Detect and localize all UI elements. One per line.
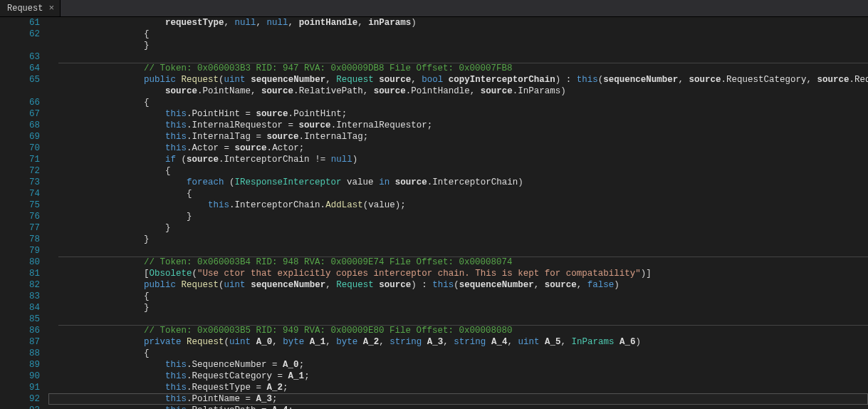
line-number: 68 bbox=[0, 120, 40, 131]
line-number: 75 bbox=[0, 200, 40, 211]
code-line[interactable]: { bbox=[58, 291, 868, 302]
line-number: 87 bbox=[0, 336, 40, 348]
code-line[interactable]: if (source.InterceptorChain != null) bbox=[58, 154, 868, 165]
code-line[interactable]: this.RequestCategory = A_1; bbox=[58, 371, 868, 382]
code-line[interactable]: private Request(uint A_0, byte A_1, byte… bbox=[58, 336, 868, 348]
line-number: 66 bbox=[0, 97, 40, 108]
code-line[interactable]: this.PointHint = source.PointHint; bbox=[58, 108, 868, 120]
line-number: 88 bbox=[0, 348, 40, 359]
line-number: 71 bbox=[0, 154, 40, 165]
code-line[interactable]: { bbox=[58, 188, 868, 200]
line-number: 89 bbox=[0, 359, 40, 371]
code-line[interactable]: // Token: 0x060003B4 RID: 948 RVA: 0x000… bbox=[58, 257, 868, 268]
code-editor[interactable]: 6162636465666768697071727374757677787980… bbox=[0, 17, 868, 409]
line-number: 91 bbox=[0, 382, 40, 393]
code-line[interactable]: this.RelativePath = A_4; bbox=[58, 405, 868, 409]
line-number: 90 bbox=[0, 371, 40, 382]
line-number: 64 bbox=[0, 63, 40, 74]
code-line[interactable]: { bbox=[58, 348, 868, 359]
tab-title: Request bbox=[7, 4, 43, 14]
code-line[interactable]: } bbox=[58, 234, 868, 245]
code-line[interactable]: { bbox=[58, 29, 868, 40]
line-number: 65 bbox=[0, 74, 40, 86]
line-number: 69 bbox=[0, 131, 40, 143]
line-number: 78 bbox=[0, 234, 40, 245]
line-number: 92 bbox=[0, 393, 40, 405]
line-number: 93 bbox=[0, 405, 40, 409]
tab-bar: Request × bbox=[0, 0, 868, 17]
code-line[interactable] bbox=[58, 51, 868, 63]
line-number: 67 bbox=[0, 108, 40, 120]
code-body[interactable]: requestType, null, null, pointHandle, in… bbox=[58, 17, 868, 409]
close-icon[interactable]: × bbox=[48, 4, 54, 13]
line-number: 82 bbox=[0, 279, 40, 291]
line-number: 81 bbox=[0, 268, 40, 279]
code-line[interactable]: { bbox=[58, 97, 868, 108]
code-line[interactable]: // Token: 0x060003B5 RID: 949 RVA: 0x000… bbox=[58, 325, 868, 336]
code-line[interactable]: // Token: 0x060003B3 RID: 947 RVA: 0x000… bbox=[58, 63, 868, 74]
line-number: 73 bbox=[0, 177, 40, 188]
code-line[interactable]: public Request(uint sequenceNumber, Requ… bbox=[58, 279, 868, 291]
line-number: 61 bbox=[0, 17, 40, 29]
line-number-gutter: 6162636465666768697071727374757677787980… bbox=[0, 17, 48, 409]
code-line[interactable]: } bbox=[58, 222, 868, 234]
code-line[interactable]: } bbox=[58, 40, 868, 51]
code-line[interactable]: this.InterceptorChain.AddLast(value); bbox=[58, 200, 868, 211]
line-number: 70 bbox=[0, 143, 40, 154]
line-number: 76 bbox=[0, 211, 40, 222]
code-line[interactable]: } bbox=[58, 302, 868, 314]
code-line[interactable]: { bbox=[58, 165, 868, 177]
line-number: 77 bbox=[0, 222, 40, 234]
line-number: 79 bbox=[0, 245, 40, 257]
code-line[interactable]: foreach (IResponseInterceptor value in s… bbox=[58, 177, 868, 188]
line-number: 62 bbox=[0, 29, 40, 40]
code-line[interactable]: this.InternalRequestor = source.Internal… bbox=[58, 120, 868, 131]
line-number bbox=[0, 86, 40, 97]
code-line[interactable]: requestType, null, null, pointHandle, in… bbox=[58, 17, 868, 29]
line-number: 74 bbox=[0, 188, 40, 200]
line-number: 80 bbox=[0, 257, 40, 268]
line-number: 63 bbox=[0, 51, 40, 63]
code-line[interactable] bbox=[58, 314, 868, 325]
line-number: 84 bbox=[0, 302, 40, 314]
code-line[interactable]: [Obsolete("Use ctor that explicitly copi… bbox=[58, 268, 868, 279]
code-line[interactable]: } bbox=[58, 211, 868, 222]
fold-column[interactable] bbox=[48, 17, 58, 409]
line-number: 72 bbox=[0, 165, 40, 177]
code-line[interactable]: this.SequenceNumber = A_0; bbox=[58, 359, 868, 371]
code-line[interactable] bbox=[58, 245, 868, 257]
code-line[interactable]: source.PointName, source.RelativePath, s… bbox=[58, 86, 868, 97]
line-number: 86 bbox=[0, 325, 40, 336]
line-number bbox=[0, 40, 40, 51]
code-line[interactable]: this.RequestType = A_2; bbox=[58, 382, 868, 393]
tab-request[interactable]: Request × bbox=[0, 0, 61, 16]
line-number: 85 bbox=[0, 314, 40, 325]
code-line[interactable]: this.PointName = A_3; bbox=[58, 393, 868, 405]
code-line[interactable]: this.InternalTag = source.InternalTag; bbox=[58, 131, 868, 143]
code-line[interactable]: public Request(uint sequenceNumber, Requ… bbox=[58, 74, 868, 86]
code-line[interactable]: this.Actor = source.Actor; bbox=[58, 143, 868, 154]
line-number: 83 bbox=[0, 291, 40, 302]
